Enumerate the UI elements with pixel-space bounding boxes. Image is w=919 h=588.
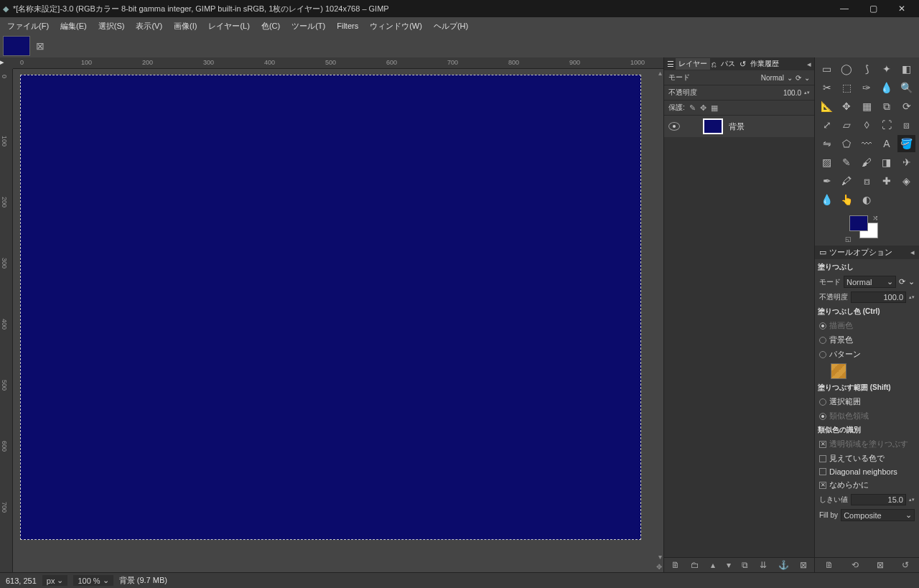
menu-edit[interactable]: 編集(E)	[56, 19, 91, 34]
menu-select[interactable]: 選択(S)	[94, 19, 129, 34]
new-group-icon[interactable]: 🗀	[691, 560, 699, 570]
menu-image[interactable]: 画像(I)	[169, 19, 201, 34]
opacity-value[interactable]: 100.0	[783, 89, 801, 97]
tool-mode-select[interactable]: Normal⌄	[844, 276, 896, 288]
duplicate-layer-icon[interactable]: ⧉	[742, 560, 748, 570]
bg-color-radio[interactable]	[819, 337, 826, 344]
scroll-down-icon[interactable]: ▾	[658, 553, 662, 561]
menu-file[interactable]: ファイル(F)	[3, 19, 53, 34]
paths-tool-icon[interactable]: ✑	[858, 79, 876, 96]
scroll-up-icon[interactable]: ▴	[658, 69, 662, 77]
tab-history[interactable]: 作業履歴	[747, 58, 782, 70]
warp-tool-icon[interactable]: 〰	[858, 135, 876, 152]
zoom-select[interactable]: 100 %⌄	[73, 575, 113, 586]
alpha-lock-icon[interactable]: ▦	[711, 103, 718, 113]
paintbrush-tool-icon[interactable]: 🖌	[858, 154, 876, 171]
measure-tool-icon[interactable]: 📐	[818, 98, 836, 115]
spinner-icon[interactable]: ▴▾	[909, 498, 915, 502]
menu-window[interactable]: ウィンドウ(W)	[365, 19, 426, 34]
smudge-tool-icon[interactable]: 👆	[838, 191, 856, 208]
layer-row[interactable]: 背景	[664, 116, 814, 137]
gradient-tool-icon[interactable]: ▨	[818, 154, 836, 171]
chevron-down-icon[interactable]: ⌄	[804, 74, 810, 82]
foreground-select-tool-icon[interactable]: ⬚	[838, 79, 856, 96]
tab-layers[interactable]: レイヤー	[676, 58, 710, 70]
menu-layer[interactable]: レイヤー(L)	[204, 19, 253, 34]
swap-colors-icon[interactable]: ⤭	[872, 214, 878, 222]
chevron-down-icon[interactable]: ⌄	[787, 74, 793, 82]
dock-menu-icon[interactable]: ◂	[807, 60, 811, 69]
pattern-thumbnail[interactable]	[831, 363, 846, 379]
zoom-tool-icon[interactable]: 🔍	[897, 79, 915, 96]
opacity-spinner[interactable]: ▴▾	[804, 90, 810, 95]
eraser-tool-icon[interactable]: ◨	[877, 154, 895, 171]
free-select-tool-icon[interactable]: ⟆	[858, 60, 876, 78]
ink-tool-icon[interactable]: ✒	[818, 172, 836, 190]
similar-colors-radio[interactable]	[819, 413, 826, 420]
delete-layer-icon[interactable]: ⊠	[800, 560, 807, 570]
delete-preset-icon[interactable]: ⊠	[877, 560, 884, 570]
tab-paths[interactable]: パス	[718, 58, 738, 70]
perspective-tool-icon[interactable]: ◊	[858, 116, 876, 134]
ellipse-select-tool-icon[interactable]: ◯	[838, 60, 856, 78]
diagonal-checkbox[interactable]	[819, 468, 826, 475]
horizontal-ruler[interactable]: 0 100 200 300 400 500 600 700 800 900 10…	[13, 57, 663, 69]
rotate-tool-icon[interactable]: ⟳	[897, 98, 915, 115]
perspective-clone-tool-icon[interactable]: ◈	[897, 172, 915, 190]
layer-up-icon[interactable]: ▴	[711, 560, 715, 570]
clone-tool-icon[interactable]: ⧈	[858, 172, 876, 190]
tool-opacity-input[interactable]: 100.0	[851, 291, 906, 303]
layer-down-icon[interactable]: ▾	[727, 560, 731, 570]
canvas-viewport[interactable]: ▴ ▾ ✥	[13, 69, 663, 572]
scale-tool-icon[interactable]: ⤢	[818, 116, 836, 134]
flip-tool-icon[interactable]: ⇋	[818, 135, 836, 152]
document-tab-thumbnail[interactable]	[3, 36, 30, 56]
minimize-button[interactable]: —	[830, 1, 859, 17]
pencil-tool-icon[interactable]: ✎	[838, 154, 856, 171]
visibility-toggle-icon[interactable]	[668, 122, 680, 131]
document-tab-close-icon[interactable]: ⊠	[36, 40, 45, 52]
anchor-layer-icon[interactable]: ⚓	[778, 560, 789, 570]
fg-color-radio[interactable]	[819, 322, 826, 330]
menu-view[interactable]: 表示(V)	[131, 19, 167, 34]
selection-radio[interactable]	[819, 398, 826, 406]
close-button[interactable]: ✕	[887, 1, 916, 17]
ruler-origin-toggle[interactable]: ▸	[0, 57, 13, 69]
scissors-tool-icon[interactable]: ✂	[818, 79, 836, 96]
unified-transform-tool-icon[interactable]: ⛶	[877, 116, 895, 134]
blend-mode-value[interactable]: Normal	[761, 74, 784, 82]
mypaint-tool-icon[interactable]: 🖍	[838, 172, 856, 190]
rect-select-tool-icon[interactable]: ▭	[818, 60, 836, 78]
cage-tool-icon[interactable]: ⬠	[838, 135, 856, 152]
spinner-icon[interactable]: ▴▾	[909, 295, 915, 299]
vertical-ruler[interactable]: 0 100 200 300 400 500 600 700	[0, 69, 13, 572]
blur-tool-icon[interactable]: 💧	[818, 191, 836, 208]
align-tool-icon[interactable]: ▦	[858, 98, 876, 115]
fuzzy-select-tool-icon[interactable]: ✦	[877, 60, 895, 78]
maximize-button[interactable]: ▢	[859, 1, 887, 17]
menu-filters[interactable]: Filters	[332, 19, 363, 32]
text-tool-icon[interactable]: A	[877, 135, 895, 152]
image-canvas[interactable]	[20, 75, 641, 540]
mode-switch-icon[interactable]: ⟳	[899, 277, 905, 286]
fillby-select[interactable]: Composite⌄	[841, 509, 915, 521]
threshold-input[interactable]: 15.0	[851, 494, 906, 505]
brush-lock-icon[interactable]: ✎	[689, 103, 696, 113]
menu-tools[interactable]: ツール(T)	[287, 19, 330, 34]
new-layer-icon[interactable]: 🗎	[671, 560, 680, 570]
bucket-fill-tool-icon[interactable]: 🪣	[897, 135, 915, 152]
heal-tool-icon[interactable]: ✚	[877, 172, 895, 190]
layer-name[interactable]: 背景	[729, 121, 745, 132]
save-preset-icon[interactable]: 🗎	[825, 560, 834, 570]
antialias-checkbox[interactable]: ✕	[819, 482, 826, 489]
restore-preset-icon[interactable]: ⟲	[852, 560, 859, 570]
default-colors-icon[interactable]: ◱	[845, 235, 852, 243]
foreground-color-swatch[interactable]	[849, 215, 868, 231]
nav-panner-icon[interactable]: ✥	[656, 563, 662, 571]
sample-merged-checkbox[interactable]	[819, 455, 826, 462]
mode-switch-icon[interactable]: ⟳	[796, 74, 801, 82]
dock-menu-icon[interactable]: ◂	[910, 248, 915, 257]
fill-transparent-checkbox[interactable]: ✕	[819, 441, 826, 448]
merge-down-icon[interactable]: ⇊	[760, 560, 767, 570]
layer-thumbnail[interactable]	[703, 118, 723, 134]
